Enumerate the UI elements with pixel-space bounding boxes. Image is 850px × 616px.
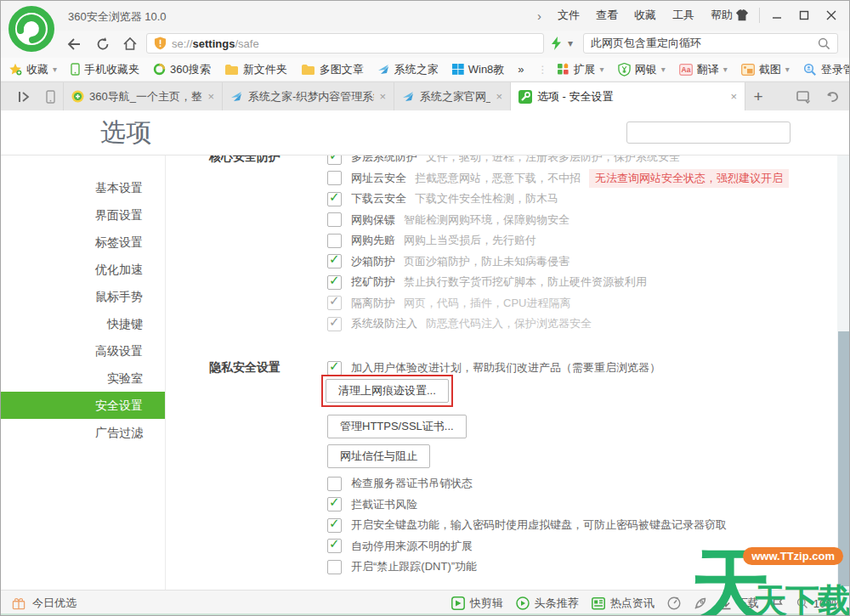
tab-360-nav[interactable]: 360导航_一个主页，整个世 ×	[63, 82, 223, 110]
minimize-button[interactable]	[763, 4, 790, 26]
checkbox[interactable]	[327, 275, 342, 290]
checkbox[interactable]	[327, 254, 342, 268]
drag-handle-icon: ⋮	[538, 64, 548, 76]
checkbox[interactable]	[327, 234, 342, 248]
bookmark-360-search[interactable]: 360搜索	[153, 62, 211, 77]
tab-close-icon[interactable]: ×	[730, 90, 737, 103]
menu-favorites[interactable]: 收藏	[634, 8, 656, 23]
booster-rocket-icon[interactable]	[694, 596, 707, 610]
sidebar-toggle-icon[interactable]	[12, 82, 37, 110]
bookmark-xitongzhijia[interactable]: 系统之家	[377, 62, 439, 77]
browser-logo-icon[interactable]	[8, 6, 54, 52]
bookmark-new-folder[interactable]: 新文件夹	[224, 62, 287, 77]
settings-search-box[interactable]	[626, 122, 790, 144]
hot-news-button[interactable]: 热点资讯	[592, 596, 654, 611]
tab-xitongzhijia-ghost[interactable]: 系统之家官网_最新Ghost X ×	[394, 82, 511, 110]
headline-button[interactable]: 头条推荐	[516, 596, 579, 611]
today-pick-button[interactable]: 今日优选	[12, 591, 76, 616]
bookmarks-more-button[interactable]: »	[518, 63, 524, 76]
checkbox[interactable]	[327, 171, 342, 185]
home-button[interactable]	[119, 34, 141, 54]
navigation-bar: se://settings/safe ▾ 此网页包含重定向循环	[0, 31, 850, 58]
sidebar-item-security[interactable]: 安全设置	[0, 392, 165, 419]
download-button[interactable]: 下载	[720, 596, 759, 611]
tab-favicon	[71, 90, 84, 103]
maximize-button[interactable]	[790, 4, 818, 26]
search-box-text: 此网页包含重定向循环	[591, 36, 818, 51]
skin-icon[interactable]	[728, 4, 756, 26]
speed-test-icon[interactable]	[667, 596, 681, 610]
site-icon	[377, 64, 390, 75]
menu-collapse-icon[interactable]: ›	[537, 8, 541, 23]
manage-certificates-button[interactable]: 管理HTTPS/SSL证书...	[327, 415, 467, 438]
setting-row: 检查服务器证书吊销状态	[327, 473, 735, 494]
divider	[759, 8, 760, 23]
sidebar-item-hotkeys[interactable]: 快捷键	[0, 310, 165, 337]
setting-row: 自动停用来源不明的扩展	[327, 536, 735, 557]
search-icon[interactable]	[818, 37, 830, 50]
checkbox[interactable]	[327, 497, 342, 511]
send-to-phone-icon[interactable]	[37, 82, 63, 110]
sidebar-item-mouse-gesture[interactable]: 鼠标手势	[0, 283, 165, 310]
page-zoom-control[interactable]: 100%	[796, 597, 842, 610]
menu-tools[interactable]: 工具	[672, 8, 694, 23]
url-trust-block-button[interactable]: 网址信任与阻止	[327, 444, 430, 468]
refresh-button[interactable]	[92, 34, 114, 54]
tab-xitongzhijia-cms[interactable]: 系统之家-织梦内容管理系统 ×	[223, 82, 394, 110]
setting-row: 下载云安全 下载文件安全性检测，防木马	[327, 189, 789, 210]
sidebar-item-interface[interactable]: 界面设置	[0, 201, 165, 229]
flag-icon[interactable]	[772, 597, 784, 610]
recently-closed-icon[interactable]	[796, 90, 813, 104]
checkbox[interactable]	[327, 192, 342, 206]
toolbar-label: 翻译	[697, 62, 719, 77]
zoom-icon	[796, 597, 808, 609]
clear-traces-button[interactable]: 清理上网痕迹设置...	[326, 379, 449, 403]
sidebar-item-speedup[interactable]: 优化加速	[0, 256, 165, 283]
checkbox[interactable]	[327, 155, 342, 165]
checkbox[interactable]	[327, 477, 342, 491]
scrollbar-thumb[interactable]	[838, 331, 849, 586]
settings-search-input[interactable]	[633, 126, 786, 140]
bookmark-articles[interactable]: 多图文章	[301, 62, 364, 77]
sidebar-item-adblock[interactable]: 广告过滤	[0, 419, 165, 446]
translate-icon: Aa	[679, 64, 693, 76]
menu-view[interactable]: 查看	[596, 8, 618, 23]
menu-file[interactable]: 文件	[558, 8, 580, 23]
checkbox[interactable]	[327, 296, 342, 310]
translate-button[interactable]: Aa 翻译 ▾	[679, 62, 728, 77]
address-dropdown-icon[interactable]: ▾	[568, 37, 573, 49]
sidebar-item-tabs[interactable]: 标签设置	[0, 229, 165, 256]
sidebar-item-advanced[interactable]: 高级设置	[0, 337, 165, 365]
tab-close-icon[interactable]: ×	[207, 90, 214, 103]
checkbox[interactable]	[327, 212, 342, 227]
netbank-button[interactable]: 网银 ▾	[618, 62, 666, 77]
screenshot-button[interactable]: 截图 ▾	[741, 62, 790, 77]
sidebar-item-lab[interactable]: 实验室	[0, 365, 165, 392]
extensions-button[interactable]: 扩展 ▾	[557, 62, 604, 77]
favorites-button[interactable]: 收藏 ▾	[8, 62, 57, 77]
bookmark-phone-favorites[interactable]: 手机收藏夹	[71, 62, 139, 77]
close-button[interactable]	[818, 4, 845, 26]
quick-edit-button[interactable]: 快剪辑	[451, 596, 503, 611]
checkbox[interactable]	[327, 539, 342, 553]
tab-options-security[interactable]: 选项 - 安全设置 ×	[511, 82, 745, 110]
setting-desc: 文件，驱动，进程，注册表多层防护，保护系统安全	[426, 155, 680, 165]
undo-close-tab-icon[interactable]	[824, 90, 840, 104]
checkbox[interactable]	[327, 317, 342, 331]
login-manager-button[interactable]: 登录管家	[803, 62, 850, 77]
browser-search-box[interactable]: 此网页包含重定向循环	[583, 33, 838, 54]
checkbox[interactable]	[327, 518, 342, 533]
sidebar-item-basic[interactable]: 基本设置	[0, 174, 165, 201]
tab-close-icon[interactable]: ×	[496, 90, 502, 103]
vertical-scrollbar[interactable]	[837, 155, 850, 591]
new-tab-button[interactable]: +	[745, 82, 771, 110]
back-button[interactable]	[63, 34, 85, 54]
speed-boost-icon[interactable]	[551, 37, 562, 51]
address-bar[interactable]: se://settings/safe	[146, 33, 544, 54]
bookmark-win8[interactable]: Win8教	[452, 62, 505, 77]
tab-close-icon[interactable]: ×	[379, 90, 386, 103]
tab-label: 选项 - 安全设置	[537, 89, 725, 105]
checkbox[interactable]	[327, 361, 342, 376]
setting-label: 开启安全键盘功能，输入密码时使用虚拟键盘，可防止密码被键盘记录器窃取	[351, 517, 727, 533]
checkbox[interactable]	[327, 560, 342, 574]
